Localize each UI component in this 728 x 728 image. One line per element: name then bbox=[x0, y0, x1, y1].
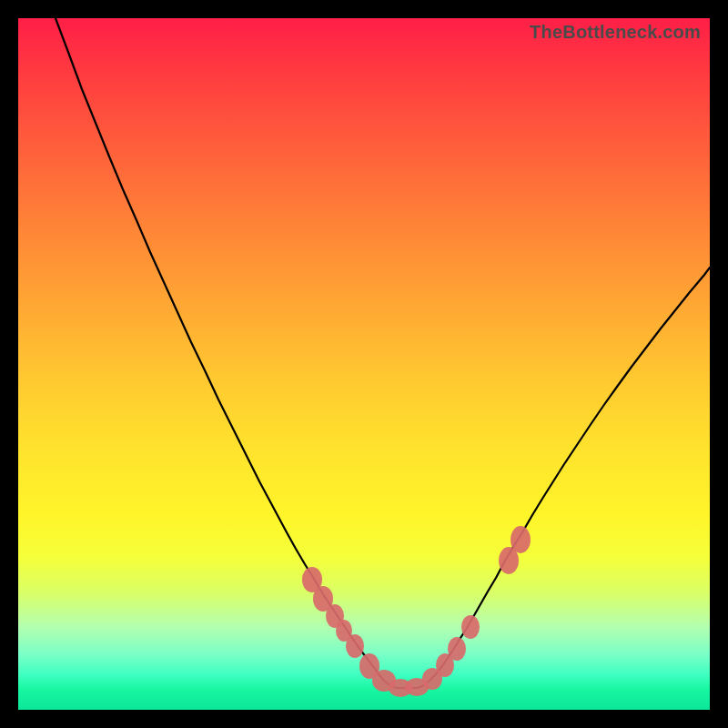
curve-marker bbox=[448, 637, 466, 661]
curve-marker bbox=[346, 634, 364, 658]
curve-marker bbox=[511, 526, 531, 553]
bottleneck-curve bbox=[56, 18, 710, 688]
chart-frame: TheBottleneck.com bbox=[0, 0, 728, 728]
plot-area: TheBottleneck.com bbox=[18, 18, 710, 710]
chart-svg bbox=[18, 18, 710, 710]
curve-markers bbox=[302, 526, 531, 697]
curve-marker bbox=[461, 615, 480, 639]
